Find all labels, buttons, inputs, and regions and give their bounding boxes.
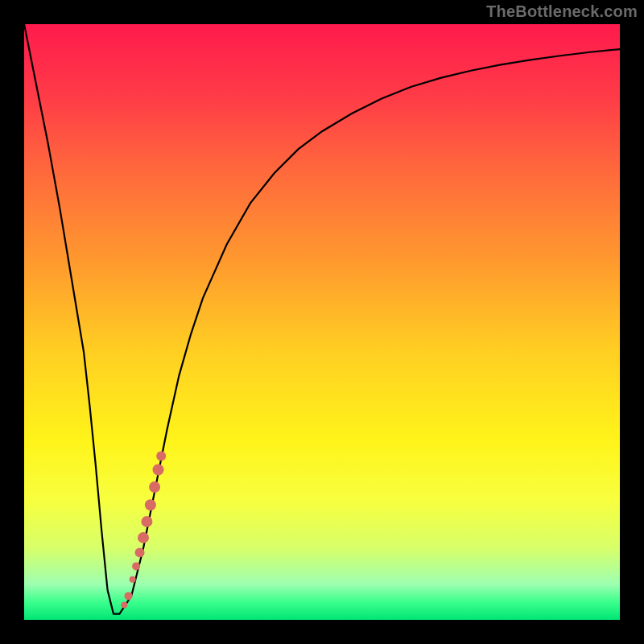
highlight-dot xyxy=(149,481,160,493)
highlight-dot xyxy=(135,547,145,557)
highlight-dot xyxy=(141,516,152,527)
plot-area xyxy=(24,24,620,620)
highlight-dot xyxy=(130,576,136,583)
chart-frame: TheBottleneck.com xyxy=(0,0,644,644)
bottleneck-curve xyxy=(24,24,620,614)
chart-svg xyxy=(24,24,620,620)
highlight-dot xyxy=(156,452,166,461)
highlight-dot xyxy=(153,464,164,476)
highlight-dot xyxy=(138,532,149,543)
highlight-dot xyxy=(132,562,140,570)
watermark-text: TheBottleneck.com xyxy=(486,2,638,21)
highlight-dot xyxy=(125,592,133,600)
highlight-dots-group xyxy=(121,452,166,609)
highlight-dot xyxy=(145,499,156,510)
highlight-dot xyxy=(121,602,127,609)
